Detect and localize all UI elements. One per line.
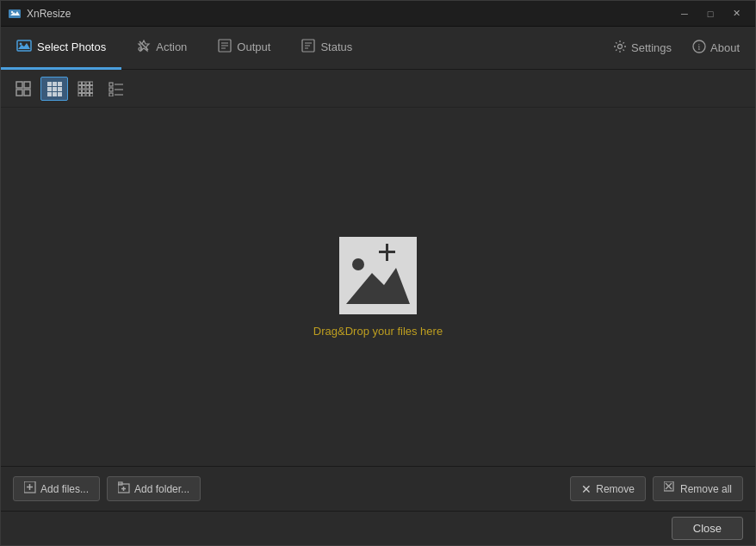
remove-label: Remove: [596, 483, 635, 495]
select-photos-icon: [16, 39, 32, 55]
svg-rect-26: [53, 87, 57, 91]
about-icon: i: [692, 40, 706, 56]
add-files-button[interactable]: Add files...: [13, 476, 100, 501]
tab-right-actions: Settings i About: [604, 36, 755, 59]
bottom-right-actions: ✕ Remove Remove all: [570, 476, 743, 501]
title-bar-left: XnResize: [8, 7, 71, 21]
svg-rect-39: [78, 90, 82, 93]
close-bar: Close: [1, 511, 755, 545]
remove-all-button[interactable]: Remove all: [653, 476, 743, 501]
svg-rect-43: [78, 93, 82, 96]
main-content: Drag&Drop your files here: [1, 108, 755, 466]
large-grid-icon: [15, 81, 31, 96]
remove-button[interactable]: ✕ Remove: [570, 476, 646, 501]
svg-rect-33: [86, 82, 90, 85]
view-toolbar: [1, 70, 755, 108]
about-label: About: [710, 41, 740, 54]
svg-rect-45: [86, 93, 90, 96]
add-folder-button[interactable]: Add folder...: [107, 476, 201, 501]
small-grid-icon: [77, 81, 93, 96]
about-button[interactable]: i About: [684, 36, 748, 59]
svg-rect-46: [90, 93, 94, 96]
tab-status[interactable]: Status: [286, 27, 368, 70]
view-small-grid-button[interactable]: [71, 77, 99, 101]
view-large-grid-button[interactable]: [9, 77, 37, 101]
maximize-button[interactable]: □: [698, 5, 722, 22]
svg-rect-36: [83, 85, 86, 89]
svg-rect-47: [109, 83, 113, 86]
svg-rect-19: [24, 82, 30, 88]
tab-status-label: Status: [320, 40, 352, 53]
add-files-label: Add files...: [40, 483, 89, 495]
tab-output-label: Output: [237, 40, 270, 53]
svg-rect-34: [90, 82, 94, 85]
svg-rect-27: [58, 87, 62, 91]
svg-rect-30: [58, 92, 62, 96]
svg-rect-37: [86, 85, 90, 89]
tab-select-photos[interactable]: Select Photos: [1, 27, 121, 70]
view-medium-grid-button[interactable]: [40, 77, 68, 101]
remove-icon: ✕: [581, 482, 592, 496]
svg-point-15: [618, 45, 623, 49]
app-window: XnResize ─ □ ✕ Select Photos: [0, 0, 756, 546]
drop-label: Drag&Drop your files here: [313, 325, 443, 338]
output-icon: [218, 39, 232, 55]
view-list-button[interactable]: [102, 77, 130, 101]
svg-rect-23: [53, 82, 57, 86]
status-icon: [301, 39, 315, 55]
svg-rect-42: [90, 90, 94, 93]
svg-rect-64: [379, 251, 395, 253]
svg-rect-18: [16, 82, 22, 88]
svg-rect-20: [16, 90, 22, 96]
title-bar: XnResize ─ □ ✕: [1, 1, 755, 27]
svg-rect-40: [83, 90, 86, 93]
title-bar-controls: ─ □ ✕: [672, 5, 748, 22]
tab-bar: Select Photos Action: [1, 27, 755, 70]
svg-rect-31: [78, 82, 82, 85]
remove-all-label: Remove all: [680, 483, 732, 495]
add-folder-label: Add folder...: [134, 483, 189, 495]
action-icon: [137, 39, 151, 55]
close-main-button[interactable]: Close: [672, 517, 743, 540]
drop-icon-box: [339, 237, 417, 314]
svg-rect-24: [58, 82, 62, 86]
svg-point-66: [352, 258, 364, 270]
tab-action[interactable]: Action: [121, 27, 202, 70]
app-icon: [8, 7, 22, 21]
add-folder-icon: [118, 481, 130, 496]
tab-action-label: Action: [156, 40, 187, 53]
bottom-bar: Add files... Add folder... ✕ Remove: [1, 466, 755, 511]
settings-icon: [613, 40, 627, 56]
medium-grid-icon: [46, 81, 62, 96]
minimize-button[interactable]: ─: [672, 5, 697, 22]
svg-text:i: i: [698, 42, 701, 52]
window-title: XnResize: [27, 8, 71, 20]
svg-point-2: [11, 10, 13, 12]
svg-rect-38: [90, 85, 94, 89]
svg-rect-35: [78, 85, 82, 89]
svg-rect-51: [109, 93, 113, 96]
list-view-icon: [108, 81, 124, 96]
svg-rect-28: [47, 92, 52, 96]
drop-zone[interactable]: Drag&Drop your files here: [313, 237, 443, 338]
svg-rect-29: [53, 92, 57, 96]
add-files-icon: [24, 481, 36, 496]
tab-output[interactable]: Output: [202, 27, 286, 70]
tab-list: Select Photos Action: [1, 27, 604, 70]
svg-point-5: [20, 42, 22, 45]
tab-select-photos-label: Select Photos: [37, 40, 106, 53]
svg-rect-44: [83, 93, 86, 96]
svg-rect-22: [47, 82, 52, 86]
svg-rect-49: [109, 88, 113, 91]
settings-button[interactable]: Settings: [604, 36, 680, 59]
remove-all-icon: [664, 481, 676, 496]
svg-rect-21: [24, 90, 30, 96]
settings-label: Settings: [631, 41, 672, 54]
svg-rect-32: [83, 82, 86, 85]
svg-rect-3: [17, 40, 31, 51]
bottom-left-actions: Add files... Add folder...: [13, 476, 201, 501]
svg-rect-41: [86, 90, 90, 93]
window-close-button[interactable]: ✕: [724, 5, 748, 22]
svg-rect-25: [47, 87, 52, 91]
